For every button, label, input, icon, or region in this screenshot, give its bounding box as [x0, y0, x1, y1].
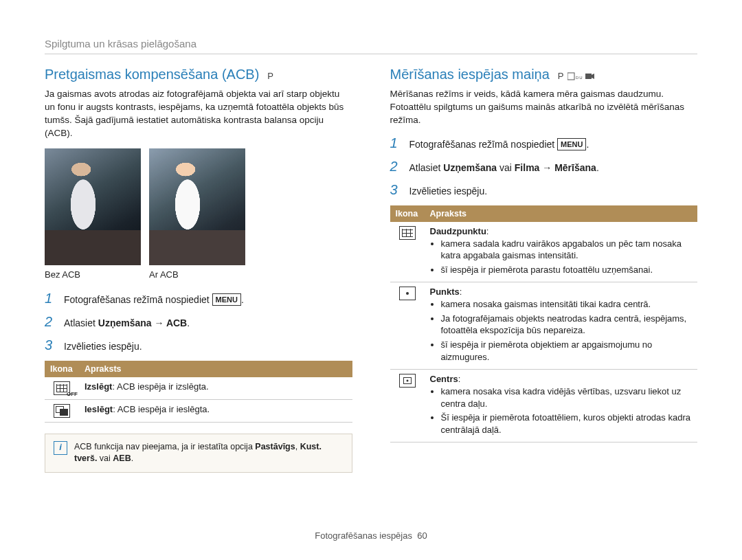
acb-table: Ikona Apraksts OFF Izslēgt: ACB iespēja … [45, 361, 352, 423]
step-num: 2 [390, 159, 403, 175]
footer-section: Fotografēšanas iespējas [315, 530, 412, 541]
note-box: i ACB funkcija nav pieejama, ja ir iesta… [45, 434, 352, 473]
r2-head: Punkts [430, 287, 460, 297]
svg-rect-0 [567, 73, 574, 80]
table-row: Punkts: kamera nosaka gaismas intensitāt… [390, 282, 698, 370]
step1-text: Fotografēšanas režīmā nospiediet [64, 294, 212, 305]
step-1: 1 Fotografēšanas režīmā nospiediet MENU. [390, 135, 698, 152]
dual-scene-icon: DUAL [567, 72, 583, 80]
table-row: Ieslēgt: ACB iespēja ir ieslēgta. [45, 399, 352, 422]
note-text: ACB funkcija nav pieejama, ja ir iestatī… [74, 441, 344, 465]
step-num: 1 [390, 135, 403, 151]
t: Filma [515, 162, 540, 173]
li: Ja fotografējamais objekts neatrodas kad… [441, 313, 693, 337]
svg-text:DUAL: DUAL [576, 76, 583, 80]
th-desc: Apraksts [79, 361, 352, 377]
t: → [539, 162, 554, 173]
movie-icon [585, 72, 595, 80]
breadcrumb: Spilgtuma un krāsas pielāgošana [45, 38, 697, 54]
step2-b: Uzņemšana → ACB [98, 317, 187, 328]
t: Uzņemšana [443, 162, 497, 173]
page-number: 60 [417, 530, 427, 541]
step-3: 3 Izvēlieties iespēju. [390, 182, 698, 199]
r3-head: Centrs [430, 374, 458, 384]
th-icon: Ikona [390, 205, 425, 222]
photo-without-acb [45, 148, 141, 265]
li: šī iespēja ir piemērota parastu fotoattē… [441, 264, 693, 276]
info-icon: i [54, 441, 67, 455]
step3-text: Izvēlieties iespēju. [64, 339, 352, 354]
row-on-label: Ieslēgt [85, 404, 113, 414]
metering-center-icon [399, 374, 416, 388]
step-num: 3 [45, 337, 57, 353]
li: kamera nosaka gaismas intensitāti tikai … [441, 298, 693, 311]
li: kamera nosaka visa kadra vidējās vērtība… [441, 385, 693, 410]
row-on-text: : ACB iespēja ir ieslēgta. [113, 404, 210, 414]
r1-head: Daudzpunktu [430, 226, 486, 236]
acb-off-icon: OFF [54, 381, 70, 395]
step2-a: Atlasiet [64, 317, 98, 328]
th-icon: Ikona [45, 361, 79, 377]
t: ACB funkcija nav pieejama, ja ir iestatī… [74, 442, 255, 451]
t: AEB [113, 453, 131, 463]
intro-acb: Ja gaismas avots atrodas aiz fotografēja… [45, 88, 352, 140]
step-num: 1 [45, 291, 57, 306]
li: šī iespēja ir piemērota objektiem ar apg… [441, 339, 693, 363]
mode-icon-p: P [267, 71, 274, 81]
t: , [295, 442, 300, 451]
caption-on: Ar ACB [149, 269, 245, 280]
svg-rect-2 [585, 74, 592, 79]
li: Šī iespēja ir piemērota fotoattēliem, ku… [441, 412, 693, 436]
photo-row [45, 148, 352, 265]
step-num: 3 [390, 182, 403, 198]
table-row: OFF Izslēgt: ACB iespēja ir izslēgta. [45, 377, 352, 400]
metering-spot-icon [399, 287, 416, 300]
metering-multi-icon [399, 226, 416, 240]
step-2: 2 Atlasiet Uzņemšana → ACB. [45, 314, 352, 331]
t: vai [97, 453, 113, 463]
th-desc: Apraksts [425, 205, 698, 222]
caption-off: Bez ACB [45, 269, 141, 280]
t: vai [497, 162, 515, 173]
t: . [131, 453, 133, 463]
t: Pastāvīgs [255, 442, 295, 451]
intro-metering: Mērīšanas režīms ir veids, kādā kamera m… [390, 88, 698, 127]
col-left: Pretgaismas kompensēšana (ACB) P Ja gais… [45, 67, 352, 473]
li: kamera sadala kadru vairākos apgabalos u… [441, 238, 693, 262]
table-row: Centrs: kamera nosaka visa kadra vidējās… [390, 370, 698, 443]
title-text: Pretgaismas kompensēšana (ACB) [45, 67, 259, 82]
section-title-acb: Pretgaismas kompensēšana (ACB) P [45, 67, 352, 82]
step-1: 1 Fotografēšanas režīmā nospiediet MENU. [45, 291, 352, 307]
title-text: Mērīšanas iespējas maiņa [390, 67, 550, 82]
t: Mērīšana [554, 162, 596, 173]
step-num: 2 [45, 314, 57, 330]
mode-icons: P DUAL [558, 71, 595, 81]
t: Atlasiet [409, 162, 444, 173]
col-right: Mērīšanas iespējas maiņa P DUAL Mērīšana… [390, 67, 698, 473]
photo-with-acb [149, 148, 245, 265]
step-3: 3 Izvēlieties iespēju. [45, 337, 352, 354]
caption-row: Bez ACB Ar ACB [45, 269, 352, 280]
step-2: 2 Atlasiet Uzņemšana vai Filma → Mērīšan… [390, 159, 698, 175]
row-off-text: : ACB iespēja ir izslēgta. [112, 381, 208, 392]
menu-button-icon: MENU [557, 138, 586, 151]
footer: Fotografēšanas iespējas 60 [0, 530, 742, 541]
metering-table: Ikona Apraksts Daudzpunktu: kamera sadal… [390, 205, 698, 443]
row-off-label: Izslēgt [85, 381, 112, 392]
section-title-metering: Mērīšanas iespējas maiņa P DUAL [390, 67, 698, 82]
acb-on-icon [54, 404, 70, 418]
step1-text: Fotografēšanas režīmā nospiediet [409, 139, 558, 150]
step3-text: Izvēlieties iespēju. [409, 184, 698, 199]
table-row: Daudzpunktu: kamera sadala kadru vairāko… [390, 222, 698, 282]
menu-button-icon: MENU [212, 293, 241, 306]
